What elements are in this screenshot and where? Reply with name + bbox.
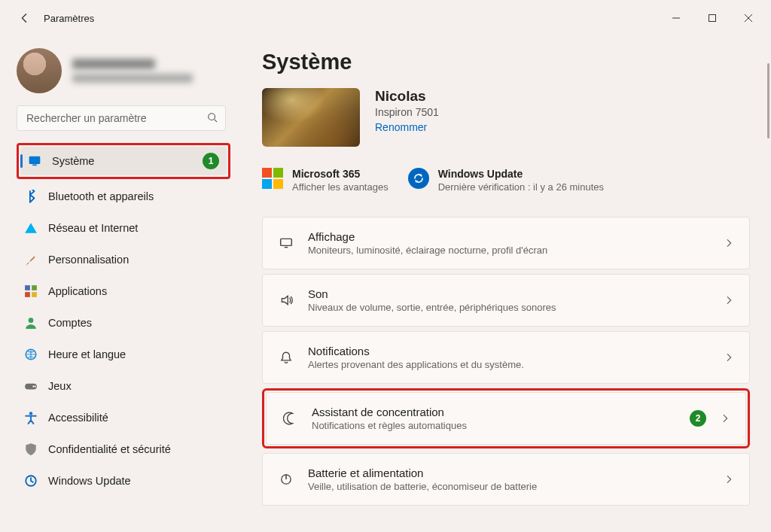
card-title: Affichage [308, 230, 547, 243]
user-name-blurred [72, 59, 155, 69]
svg-rect-6 [25, 292, 30, 297]
settings-card-notifications[interactable]: NotificationsAlertes provenant des appli… [262, 331, 750, 384]
device-name: Nicolas [375, 88, 439, 105]
desktop-wallpaper-thumbnail [262, 88, 360, 147]
chevron-right-icon [722, 295, 736, 306]
chevron-right-icon [722, 474, 736, 485]
sidebar-item-label: Accessibilité [48, 412, 108, 424]
search-icon [207, 112, 218, 125]
person-icon [24, 316, 38, 330]
m365-subtitle: Afficher les avantages [292, 181, 389, 194]
search-box[interactable] [17, 105, 226, 131]
svg-point-12 [35, 385, 36, 387]
minimize-icon [672, 14, 680, 22]
back-arrow-icon [19, 13, 29, 23]
sidebar-item-bluetooth-et-appareils[interactable]: Bluetooth et appareils [17, 182, 230, 211]
card-subtitle: Niveaux de volume, sortie, entrée, périp… [308, 302, 556, 313]
svg-rect-15 [281, 239, 292, 245]
card-subtitle: Moniteurs, luminosité, éclairage nocturn… [308, 245, 547, 256]
window-minimize-button[interactable] [660, 6, 693, 30]
sidebar-item-syste-me[interactable]: Système1 [20, 147, 227, 175]
sidebar-item-label: Applications [48, 285, 107, 297]
microsoft-logo-icon [262, 168, 283, 189]
microsoft-365-link[interactable]: Microsoft 365 Afficher les avantages [262, 168, 389, 194]
brush-icon [24, 253, 38, 266]
rename-pc-link[interactable]: Renommer [375, 121, 439, 133]
wu-subtitle: Dernière vérification : il y a 26 minute… [438, 181, 604, 194]
sidebar-item-confidentialite-et-se-curite[interactable]: Confidentialité et sécurité [17, 435, 230, 464]
apps-icon [24, 284, 38, 298]
annotation-badge: 2 [690, 410, 706, 427]
windows-update-link[interactable]: Windows Update Dernière vérification : i… [408, 168, 604, 194]
annotation-badge: 1 [203, 153, 219, 169]
svg-point-8 [29, 318, 34, 323]
gamepad-icon [24, 379, 38, 393]
m365-title: Microsoft 365 [292, 168, 389, 180]
window-close-button[interactable] [732, 6, 765, 30]
close-icon [745, 14, 752, 22]
user-email-blurred [72, 74, 193, 83]
update-icon [24, 474, 38, 488]
svg-rect-3 [32, 165, 37, 166]
sidebar-item-label: Heure et langue [48, 348, 126, 360]
accessibility-icon [24, 411, 38, 424]
settings-card-assistant-de-concentration[interactable]: Assistant de concentrationNotifications … [266, 392, 746, 445]
sidebar-item-label: Personnalisation [48, 254, 129, 266]
moon-icon [280, 409, 300, 428]
shield-icon [24, 442, 38, 456]
avatar [17, 48, 62, 93]
bluetooth-icon [24, 190, 38, 203]
monitor-icon [28, 154, 41, 168]
card-subtitle: Alertes provenant des applications et du… [308, 359, 524, 370]
sound-icon [276, 290, 296, 310]
wu-title: Windows Update [438, 168, 604, 180]
sidebar-item-applications[interactable]: Applications [17, 277, 230, 306]
back-button[interactable] [14, 8, 35, 29]
sidebar-item-label: Jeux [48, 380, 72, 392]
sidebar-item-comptes[interactable]: Comptes [17, 309, 230, 337]
scrollbar[interactable] [767, 63, 769, 138]
sidebar-item-personnalisation[interactable]: Personnalisation [17, 245, 230, 274]
card-title: Assistant de concentration [312, 406, 467, 418]
sidebar-item-accessibilite[interactable]: Accessibilité [17, 403, 230, 432]
sidebar-item-heure-et-langue[interactable]: Heure et langue [17, 340, 230, 369]
sidebar-item-label: Windows Update [48, 475, 131, 487]
svg-rect-5 [32, 285, 37, 290]
sidebar-item-label: Bluetooth et appareils [48, 190, 154, 202]
device-model: Inspiron 7501 [375, 106, 439, 118]
sidebar-item-windows-update[interactable]: Windows Update [17, 467, 230, 495]
chevron-right-icon [722, 238, 736, 248]
card-title: Batterie et alimentation [308, 467, 537, 479]
page-title: Système [262, 50, 750, 74]
window-maximize-button[interactable] [696, 6, 729, 30]
svg-rect-2 [29, 157, 41, 164]
card-title: Notifications [308, 345, 524, 357]
user-account-block[interactable] [0, 42, 241, 105]
svg-rect-7 [32, 292, 37, 297]
settings-card-batterie-et-alimentation[interactable]: Batterie et alimentationVeille, utilisat… [262, 453, 750, 506]
settings-card-son[interactable]: SonNiveaux de volume, sortie, entrée, pé… [262, 274, 750, 327]
power-icon [276, 470, 296, 489]
card-subtitle: Notifications et règles automatiques [312, 420, 467, 431]
sidebar-item-re-seau-et-internet[interactable]: Réseau et Internet [17, 214, 230, 242]
window-title: Paramètres [44, 13, 94, 24]
chevron-right-icon [718, 413, 732, 424]
card-subtitle: Veille, utilisation de batterie, économi… [308, 481, 537, 492]
sidebar-item-label: Réseau et Internet [48, 222, 138, 234]
settings-card-affichage[interactable]: AffichageMoniteurs, luminosité, éclairag… [262, 217, 750, 269]
svg-rect-4 [25, 285, 30, 290]
sidebar-item-label: Comptes [48, 317, 92, 329]
maximize-icon [709, 14, 716, 22]
sync-icon [408, 168, 429, 189]
bell-icon [276, 348, 296, 367]
svg-rect-0 [709, 15, 716, 22]
sidebar-item-jeux[interactable]: Jeux [17, 372, 230, 400]
sidebar-item-label: Confidentialité et sécurité [48, 443, 171, 455]
svg-point-1 [209, 113, 215, 120]
wifi-icon [24, 221, 38, 235]
chevron-right-icon [722, 352, 736, 363]
svg-point-13 [29, 412, 33, 415]
search-input[interactable] [25, 111, 207, 125]
sidebar-item-label: Système [52, 155, 94, 167]
clock-globe-icon [24, 348, 38, 361]
